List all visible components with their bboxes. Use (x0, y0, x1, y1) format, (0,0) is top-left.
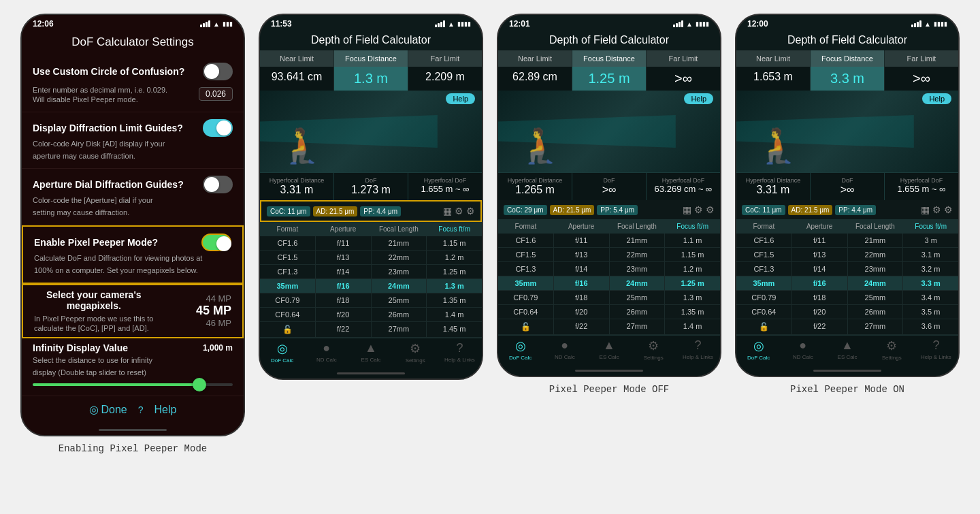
diffraction-guides-toggle[interactable] (203, 119, 233, 137)
tab-near-limit-1[interactable]: Near Limit (260, 50, 334, 67)
gear-icon-6[interactable]: ⚙ (944, 204, 953, 215)
gear-icon-2[interactable]: ⚙ (466, 206, 475, 216)
table-header-2: Format Aperture Focal Length Focus ft/m (498, 219, 720, 234)
hyp-dof-cell-2: Hyperfocal DoF 63.269 cm ~ ∞ (647, 173, 720, 200)
battery-icon-4: ▮▮▮▮ (934, 20, 947, 27)
photographer-area-3: 🧎 Help (736, 91, 958, 172)
custom-coc-toggle[interactable] (203, 63, 233, 80)
infinity-slider[interactable] (33, 378, 233, 391)
nav-es-3[interactable]: ▲ ES Calc (825, 338, 869, 361)
nav-es-1[interactable]: ▲ ES Calc (348, 341, 393, 364)
nav-settings-2[interactable]: ⚙ Settings (632, 338, 676, 361)
help-button-2[interactable]: Help (684, 93, 713, 104)
dof-value-3: >∞ (812, 184, 883, 196)
far-limit-value-1: 2.209 m (408, 67, 482, 91)
table-row-2-5: CF0.64 f/20 26mm 1.35 m (498, 305, 720, 319)
help-button-1[interactable]: Help (446, 93, 475, 104)
pixel-peeper-desc: Calculate DoF and Diffraction for viewin… (34, 254, 202, 274)
dof-cell-2: DoF >∞ (572, 173, 647, 200)
dof-value-1: 1.273 m (336, 184, 406, 196)
table-icon-3[interactable]: ▦ (921, 204, 930, 215)
battery-icon-1: ▮▮▮ (223, 20, 233, 27)
nav-nd-label-3: ND Calc (793, 354, 813, 360)
help-question-icon[interactable]: ? (138, 404, 144, 415)
table-body-2: CF1.6 f/11 21mm 1.1 m CF1.5 f/13 22mm 1.… (498, 234, 720, 335)
table-row-2-1: CF1.5 f/13 22mm 1.15 m (498, 248, 720, 262)
phone-dof2: 12:01 ▲ ▮▮▮▮ Depth of Field Calculator N… (490, 14, 728, 395)
nav-nd-1[interactable]: ● ND Calc (304, 341, 348, 364)
tab-near-limit-2[interactable]: Near Limit (498, 50, 572, 67)
focus-dist-value-3: 3.3 m (811, 67, 885, 91)
nav-dof-1[interactable]: ◎ DoF Calc (260, 341, 304, 364)
dof-cell-1: DoF 1.273 m (334, 173, 408, 200)
nav-help-2[interactable]: ? Help & Links (676, 338, 720, 361)
table-icon-2[interactable]: ▦ (683, 204, 691, 215)
gear-icon-5[interactable]: ⚙ (932, 204, 941, 215)
megapixel-list: 44 MP 45 MP 46 MP (196, 293, 231, 328)
dof-label-1: DoF (336, 177, 406, 184)
coc-input[interactable]: 0.026 (199, 87, 233, 101)
nav-dof-2[interactable]: ◎ DoF Calc (498, 338, 542, 361)
tab-far-limit-3[interactable]: Far Limit (885, 50, 958, 67)
nav-es-icon-2: ▲ (603, 338, 615, 353)
help-link[interactable]: Help (154, 404, 177, 416)
nav-help-1[interactable]: ? Help & Links (438, 341, 482, 364)
td-ap-1-4: f/18 (316, 293, 372, 307)
nav-es-2[interactable]: ▲ ES Calc (587, 338, 631, 361)
near-limit-value-2: 62.89 cm (498, 67, 572, 91)
far-limit-num-1: 2.209 m (410, 71, 480, 83)
th-focus-1: Focus ft/m (427, 222, 482, 236)
help-button-3[interactable]: Help (922, 93, 951, 104)
hyp-dof-value-2: 63.269 cm ~ ∞ (648, 184, 719, 194)
nav-settings-label-3: Settings (882, 355, 902, 361)
tab-focus-distance-2[interactable]: Focus Distance (572, 50, 647, 67)
pixel-peeper-setting: Enable Pixel Peeper Mode? Calculate DoF … (22, 225, 244, 284)
tab-focus-distance-3[interactable]: Focus Distance (811, 50, 885, 67)
focus-dist-num-2: 1.25 m (574, 71, 644, 86)
status-bar-2: 11:53 ▲ ▮▮▮▮ (260, 15, 482, 30)
gear-icon-1[interactable]: ⚙ (455, 206, 463, 216)
home-bar-3 (575, 370, 643, 372)
dof-label-2: DoF (574, 177, 644, 184)
nav-settings-3[interactable]: ⚙ Settings (870, 338, 914, 361)
done-button[interactable]: ◎ Done (89, 403, 127, 416)
nav-settings-1[interactable]: ⚙ Settings (393, 341, 438, 364)
near-limit-num-1: 93.641 cm (261, 71, 332, 83)
tab-near-limit-3[interactable]: Near Limit (736, 50, 811, 67)
table-row-3-4: CF0.79 f/18 25mm 3.4 m (736, 291, 958, 305)
tab-focus-distance-1[interactable]: Focus Distance (334, 50, 408, 67)
table-icon-1[interactable]: ▦ (443, 206, 452, 216)
aperture-guides-setting: Aperture Dial Diffraction Guides? Color-… (22, 169, 244, 225)
nav-es-label-2: ES Calc (600, 354, 619, 360)
caption-4: Pixel Peeper Mode ON (790, 384, 904, 395)
td-format-1-3: 35mm (260, 279, 316, 293)
wifi-icon-4: ▲ (924, 20, 931, 28)
pp-badge-1: PP: 4.4 μm (360, 206, 401, 216)
nav-settings-icon-3: ⚙ (886, 338, 897, 353)
gear-icon-3[interactable]: ⚙ (694, 204, 703, 215)
settings-footer: ◎ Done ? Help (22, 396, 244, 424)
gear-icon-4[interactable]: ⚙ (706, 204, 715, 215)
aperture-guides-toggle[interactable] (203, 176, 233, 193)
mp-45[interactable]: 45 MP (196, 304, 231, 318)
metrics-row-2: Hyperfocal Distance 1.265 m DoF >∞ Hyper… (498, 172, 720, 200)
diffraction-guides-row: Display Diffraction Limit Guides? (33, 119, 233, 137)
nav-nd-2[interactable]: ● ND Calc (542, 338, 587, 361)
mp-46[interactable]: 46 MP (196, 318, 231, 328)
nav-nd-3[interactable]: ● ND Calc (781, 338, 825, 361)
nav-dof-label-3: DoF Calc (747, 355, 770, 361)
nav-help-3[interactable]: ? Help & Links (914, 338, 958, 361)
dof-values-2: 62.89 cm 1.25 m >∞ (498, 67, 720, 91)
tab-far-limit-1[interactable]: Far Limit (408, 50, 482, 67)
table-row-1-6: 🔓 f/22 27mm 1.45 m (260, 322, 482, 338)
phone-screen-dof1: 11:53 ▲ ▮▮▮▮ Depth of Field Calculator N… (259, 14, 483, 380)
pixel-peeper-toggle[interactable] (201, 234, 231, 251)
mp-44[interactable]: 44 MP (196, 293, 231, 304)
status-icons-4: ▲ ▮▮▮▮ (911, 20, 947, 28)
nav-dof-3[interactable]: ◎ DoF Calc (736, 338, 781, 361)
toggle-knob-4 (216, 236, 231, 251)
ad-badge-2: AD: 21.5 μm (550, 205, 595, 215)
tab-far-limit-2[interactable]: Far Limit (647, 50, 720, 67)
home-indicator-4 (736, 365, 958, 376)
slider-thumb[interactable] (193, 378, 206, 391)
